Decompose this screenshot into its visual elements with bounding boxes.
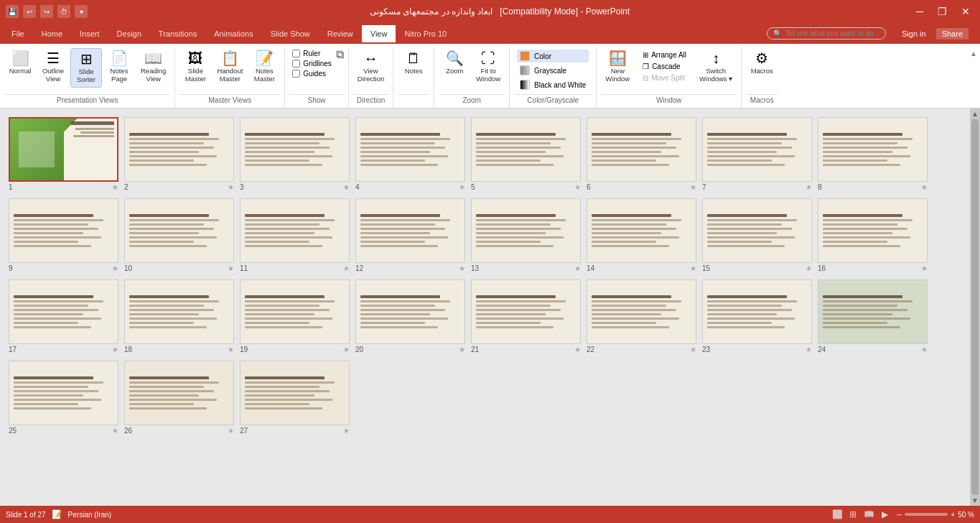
slide-star-18[interactable]: ★ xyxy=(228,346,234,353)
tab-animations[interactable]: Animations xyxy=(205,25,261,42)
tab-design[interactable]: Design xyxy=(108,25,150,42)
slide-star-8[interactable]: ★ xyxy=(921,183,928,191)
slide-star-4[interactable]: ★ xyxy=(459,183,465,191)
slide-star-26[interactable]: ★ xyxy=(228,427,234,435)
tab-home[interactable]: Home xyxy=(33,25,71,42)
slide-thumb-14[interactable] xyxy=(587,198,696,263)
fit-window-button[interactable]: ⛶ Fit toWindow xyxy=(472,48,505,86)
slide-star-21[interactable]: ★ xyxy=(574,346,581,353)
slide-thumb-18[interactable] xyxy=(124,279,234,344)
tab-view[interactable]: View xyxy=(362,25,396,42)
slide-thumb-6[interactable] xyxy=(587,117,696,182)
slide-item-21[interactable]: 21★ xyxy=(471,279,581,355)
slide-star-9[interactable]: ★ xyxy=(112,264,118,272)
slide-star-2[interactable]: ★ xyxy=(228,183,234,191)
slide-star-16[interactable]: ★ xyxy=(921,264,928,272)
redo-qat-icon[interactable]: ↪ xyxy=(40,5,53,18)
scroll-up-button[interactable]: ▲ xyxy=(971,110,979,118)
guides-checkbox[interactable]: Guides xyxy=(292,70,331,78)
slide-item-20[interactable]: 20★ xyxy=(355,279,465,355)
switch-windows-button[interactable]: ↕ SwitchWindows ▾ xyxy=(695,48,737,86)
share-button[interactable]: Share xyxy=(936,28,969,40)
slide-star-19[interactable]: ★ xyxy=(343,346,350,353)
handout-master-button[interactable]: 📋 HandoutMaster xyxy=(213,48,247,86)
ruler-checkbox[interactable]: Ruler xyxy=(292,50,331,57)
slide-item-14[interactable]: 14★ xyxy=(587,198,696,274)
slide-star-25[interactable]: ★ xyxy=(112,427,118,435)
slide-item-8[interactable]: 8★ xyxy=(818,117,928,193)
slideshow-view-icon[interactable]: ▶ xyxy=(878,508,891,521)
slide-item-5[interactable]: 5★ xyxy=(471,117,581,193)
zoom-in-button[interactable]: + xyxy=(951,511,955,519)
slide-thumb-7[interactable] xyxy=(702,117,812,182)
macros-button[interactable]: ⚙ Macros xyxy=(746,48,778,78)
slide-item-7[interactable]: 7★ xyxy=(702,117,812,193)
slide-item-19[interactable]: 19★ xyxy=(240,279,350,355)
slide-thumb-16[interactable] xyxy=(818,198,928,263)
slide-item-12[interactable]: 12★ xyxy=(355,198,465,274)
collapse-ribbon-button[interactable]: ▲ xyxy=(970,50,977,57)
slide-item-1[interactable]: 1★ xyxy=(9,117,118,193)
slide-thumb-1[interactable] xyxy=(9,117,118,182)
slide-thumb-3[interactable] xyxy=(240,117,350,182)
slide-item-3[interactable]: 3★ xyxy=(240,117,350,193)
scrollbar-right[interactable]: ▲ ▼ xyxy=(970,108,980,506)
undo-qat-icon[interactable]: ↩ xyxy=(23,5,36,18)
slide-thumb-13[interactable] xyxy=(471,198,581,263)
slide-thumb-15[interactable] xyxy=(702,198,812,263)
slide-thumb-21[interactable] xyxy=(471,279,581,344)
notes-master-button[interactable]: 📝 NotesMaster xyxy=(248,48,280,86)
move-split-button[interactable]: ⊟ Move Split xyxy=(638,73,691,83)
new-window-button[interactable]: 🪟 NewWindow xyxy=(601,48,634,86)
slide-star-15[interactable]: ★ xyxy=(806,264,812,272)
tab-transitions[interactable]: Transitions xyxy=(150,25,205,42)
slide-item-18[interactable]: 18★ xyxy=(124,279,234,355)
slide-star-5[interactable]: ★ xyxy=(574,183,581,191)
zoom-slider[interactable] xyxy=(905,513,948,516)
slide-star-3[interactable]: ★ xyxy=(343,183,350,191)
customize-qat-icon[interactable]: ▾ xyxy=(75,5,88,18)
tab-insert[interactable]: Insert xyxy=(71,25,108,42)
slide-thumb-27[interactable] xyxy=(240,361,350,425)
slide-item-25[interactable]: 25★ xyxy=(9,361,118,436)
slide-thumb-22[interactable] xyxy=(587,279,696,344)
slide-star-24[interactable]: ★ xyxy=(921,346,928,353)
slide-item-4[interactable]: 4★ xyxy=(355,117,465,193)
scroll-thumb[interactable] xyxy=(971,119,979,495)
slide-item-6[interactable]: 6★ xyxy=(587,117,696,193)
slide-thumb-19[interactable] xyxy=(240,279,350,344)
view-direction-button[interactable]: ↔ ViewDirection xyxy=(353,48,389,86)
slide-thumb-17[interactable] xyxy=(9,279,118,344)
tab-nitro[interactable]: Nitro Pro 10 xyxy=(396,25,455,42)
show-expand-icon[interactable]: ⧉ xyxy=(336,48,344,61)
slide-item-9[interactable]: 9★ xyxy=(9,198,118,274)
slide-star-14[interactable]: ★ xyxy=(690,264,696,272)
slide-item-26[interactable]: 26★ xyxy=(124,361,234,436)
slide-thumb-9[interactable] xyxy=(9,198,118,263)
slide-sorter-button[interactable]: ⊞ SlideSorter xyxy=(70,48,102,88)
slide-thumb-2[interactable] xyxy=(124,117,234,182)
close-button[interactable]: ✕ xyxy=(957,4,974,19)
slide-star-27[interactable]: ★ xyxy=(343,427,350,435)
slide-item-16[interactable]: 16★ xyxy=(818,198,928,274)
slide-star-1[interactable]: ★ xyxy=(112,183,118,191)
slide-thumb-12[interactable] xyxy=(355,198,465,263)
cascade-button[interactable]: ❐ Cascade xyxy=(638,61,691,72)
tell-me-box[interactable]: 🔍 Tell me what you want to do... xyxy=(767,27,886,40)
slide-star-22[interactable]: ★ xyxy=(690,346,696,353)
slide-thumb-20[interactable] xyxy=(355,279,465,344)
slide-star-7[interactable]: ★ xyxy=(806,183,812,191)
slide-item-23[interactable]: 23★ xyxy=(702,279,812,355)
slide-star-10[interactable]: ★ xyxy=(228,264,234,272)
slide-star-20[interactable]: ★ xyxy=(459,346,465,353)
zoom-button[interactable]: 🔍 Zoom xyxy=(439,48,470,78)
black-white-option[interactable]: Black and White xyxy=(517,78,589,91)
slide-star-23[interactable]: ★ xyxy=(806,346,812,353)
slide-thumb-11[interactable] xyxy=(240,198,350,263)
slide-thumb-23[interactable] xyxy=(702,279,812,344)
reading-view-button[interactable]: 📖 ReadingView xyxy=(136,48,170,86)
arrange-all-button[interactable]: ⊞ Arrange All xyxy=(638,50,691,60)
sign-in-button[interactable]: Sign in xyxy=(897,28,930,40)
tab-slideshow[interactable]: Slide Show xyxy=(262,25,319,42)
restore-button[interactable]: ❐ xyxy=(933,4,951,19)
